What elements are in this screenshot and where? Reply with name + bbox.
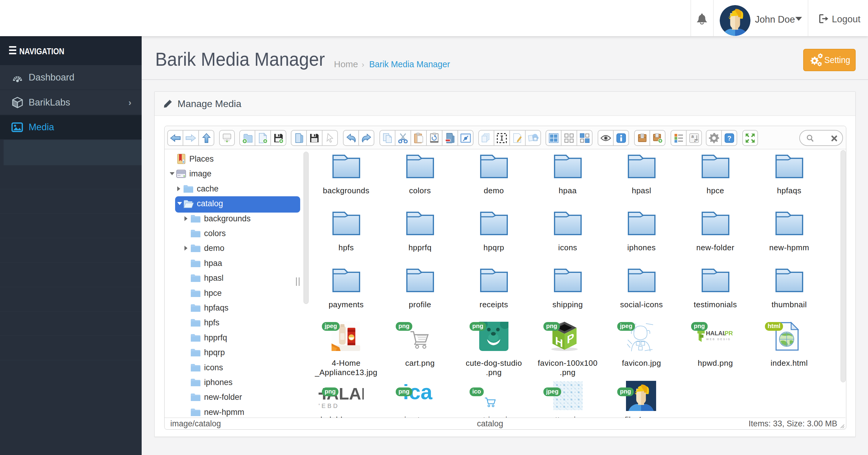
svg-text:a: a [691,134,694,139]
svg-text:z: z [694,138,696,143]
svg-text:HALAL: HALAL [706,330,726,336]
svg-text:?: ? [727,134,731,142]
svg-text:WEB DESIG: WEB DESIG [706,338,731,341]
svg-text:PR: PR [724,330,733,336]
